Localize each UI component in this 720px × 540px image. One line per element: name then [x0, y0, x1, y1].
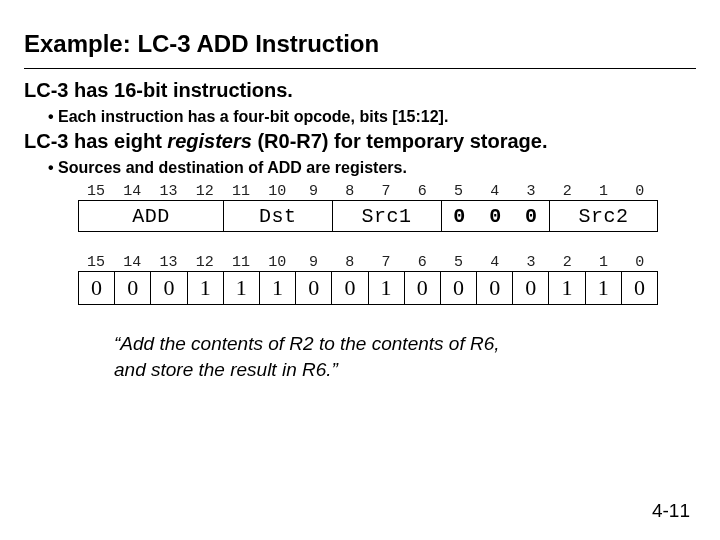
title-underline — [24, 68, 696, 69]
bit-index: 14 — [114, 183, 150, 200]
bit-cell: 0 — [295, 272, 331, 304]
bit-cell: 0 — [476, 272, 512, 304]
bit-cell: 0 — [621, 272, 658, 304]
bit-cell: 1 — [368, 272, 404, 304]
bit-index: 10 — [259, 183, 295, 200]
bit-cell: 1 — [259, 272, 295, 304]
field-row: ADD Dst Src1 0 0 0 Src2 — [78, 200, 658, 232]
mode-bit: 0 — [513, 205, 549, 228]
field-dst: Dst — [223, 201, 332, 231]
bit-index: 6 — [404, 183, 440, 200]
bit-cell: 1 — [585, 272, 621, 304]
bit-index: 2 — [549, 183, 585, 200]
bit-index: 13 — [151, 183, 187, 200]
bit-index: 0 — [622, 254, 658, 271]
bit-index: 3 — [513, 183, 549, 200]
bit-cell: 0 — [78, 272, 114, 304]
field-src1: Src1 — [332, 201, 441, 231]
body-line-2-pre: LC-3 has eight — [24, 130, 167, 152]
body-line-2-post: (R0-R7) for temporary storage. — [252, 130, 548, 152]
bit-index: 8 — [332, 254, 368, 271]
bit-index: 3 — [513, 254, 549, 271]
field-src2: Src2 — [549, 201, 658, 231]
example-caption: “Add the contents of R2 to the contents … — [114, 331, 634, 382]
bit-index: 7 — [368, 254, 404, 271]
bit-cell: 0 — [512, 272, 548, 304]
bit-cell: 0 — [150, 272, 186, 304]
bit-cell: 0 — [404, 272, 440, 304]
body-line-2: LC-3 has eight registers (R0-R7) for tem… — [24, 130, 696, 153]
example-bit-row: 0 0 0 1 1 1 0 0 1 0 0 0 0 1 1 0 — [78, 271, 658, 305]
bit-index: 1 — [586, 183, 622, 200]
bit-index: 15 — [78, 183, 114, 200]
bit-index: 14 — [114, 254, 150, 271]
bit-index: 9 — [296, 254, 332, 271]
bit-index: 13 — [151, 254, 187, 271]
bit-index: 9 — [296, 183, 332, 200]
bit-cell: 1 — [223, 272, 259, 304]
bit-index: 1 — [586, 254, 622, 271]
bullet-opcode: Each instruction has a four-bit opcode, … — [48, 108, 696, 126]
mode-bit: 0 — [477, 205, 513, 228]
bit-cell: 1 — [548, 272, 584, 304]
bit-index: 11 — [223, 254, 259, 271]
bit-index: 4 — [477, 183, 513, 200]
bit-index: 5 — [441, 183, 477, 200]
instruction-format-diagram: 15 14 13 12 11 10 9 8 7 6 5 4 3 2 1 0 AD… — [78, 183, 658, 305]
bit-index: 5 — [441, 254, 477, 271]
field-mode: 0 0 0 — [441, 201, 550, 231]
bit-index: 8 — [332, 183, 368, 200]
bit-index: 7 — [368, 183, 404, 200]
bit-index: 6 — [404, 254, 440, 271]
bit-index: 12 — [187, 254, 223, 271]
page-number: 4-11 — [652, 500, 690, 522]
bit-index: 4 — [477, 254, 513, 271]
bit-index: 2 — [549, 254, 585, 271]
bit-cell: 0 — [114, 272, 150, 304]
caption-line-1: “Add the contents of R2 to the contents … — [114, 333, 500, 354]
bit-cell: 1 — [187, 272, 223, 304]
bullet-registers: Sources and destination of ADD are regis… — [48, 159, 696, 177]
bit-index-row-2: 15 14 13 12 11 10 9 8 7 6 5 4 3 2 1 0 — [78, 254, 658, 271]
body-line-2-em: registers — [167, 130, 252, 152]
bit-index: 0 — [622, 183, 658, 200]
body-line-1: LC-3 has 16-bit instructions. — [24, 79, 696, 102]
bit-cell: 0 — [331, 272, 367, 304]
bit-index-row-1: 15 14 13 12 11 10 9 8 7 6 5 4 3 2 1 0 — [78, 183, 658, 200]
bit-cell: 0 — [440, 272, 476, 304]
mode-bit: 0 — [442, 205, 478, 228]
bit-index: 10 — [259, 254, 295, 271]
bit-index: 11 — [223, 183, 259, 200]
bit-index: 15 — [78, 254, 114, 271]
caption-line-2: and store the result in R6.” — [114, 359, 338, 380]
slide-title: Example: LC-3 ADD Instruction — [24, 30, 696, 58]
field-opcode: ADD — [78, 201, 223, 231]
bit-index: 12 — [187, 183, 223, 200]
